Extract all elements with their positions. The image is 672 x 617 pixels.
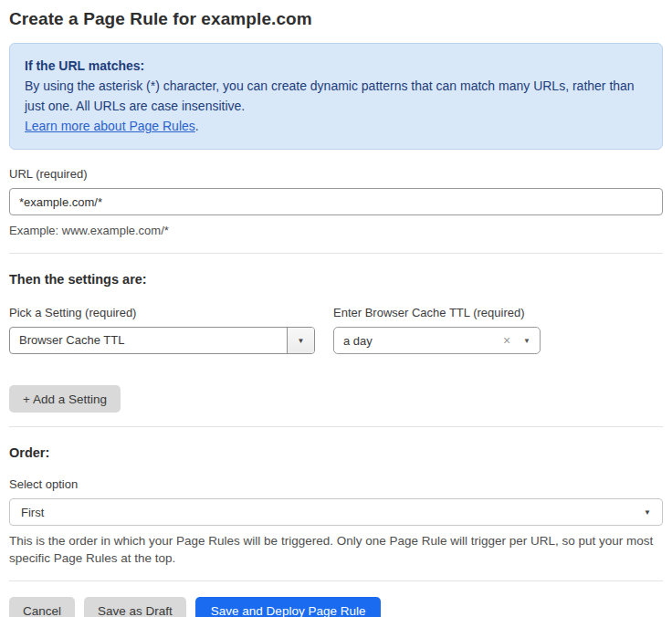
ttl-picker-column: Enter Browser Cache TTL (required) a day… [333,288,541,354]
order-section-heading: Order: [9,445,663,460]
chevron-down-icon[interactable]: ▼ [523,337,530,345]
url-field-label: URL (required) [9,167,663,181]
order-helper-text: This is the order in which your Page Rul… [9,532,663,567]
order-select-value: First [21,506,644,519]
divider [9,253,663,254]
settings-section-heading: Then the settings are: [9,272,663,287]
ttl-picker-value: a day [343,334,503,348]
divider [9,580,663,581]
url-input[interactable] [9,188,663,215]
setting-picker-value: Browser Cache TTL [10,328,287,353]
ttl-picker-label: Enter Browser Cache TTL (required) [333,306,541,319]
ttl-picker-dropdown[interactable]: a day × ▼ [333,327,541,354]
learn-more-link[interactable]: Learn more about Page Rules [25,119,195,133]
setting-picker-label: Pick a Setting (required) [9,306,315,319]
url-matches-info-box: If the URL matches: By using the asteris… [9,43,663,150]
chevron-down-icon[interactable]: ▼ [287,328,314,353]
order-select-label: Select option [9,477,663,491]
divider [9,426,663,427]
cancel-button[interactable]: Cancel [9,597,75,617]
save-deploy-button[interactable]: Save and Deploy Page Rule [195,597,382,617]
footer-actions: Cancel Save as Draft Save and Deploy Pag… [9,597,663,617]
info-box-body: By using the asterisk (*) character, you… [25,76,647,116]
page-title: Create a Page Rule for example.com [9,9,663,29]
order-select[interactable]: First ▼ [9,498,663,526]
url-helper-text: Example: www.example.com/* [9,223,663,239]
save-draft-button[interactable]: Save as Draft [84,597,186,617]
add-setting-button[interactable]: + Add a Setting [9,385,121,413]
info-box-link-line: Learn more about Page Rules. [25,116,647,136]
link-period: . [195,119,199,133]
info-box-heading: If the URL matches: [25,56,647,76]
chevron-down-icon: ▼ [644,508,651,517]
settings-row: Pick a Setting (required) Browser Cache … [9,288,663,354]
setting-picker-column: Pick a Setting (required) Browser Cache … [9,288,315,354]
clear-icon[interactable]: × [503,333,510,348]
setting-picker-dropdown[interactable]: Browser Cache TTL ▼ [9,327,315,354]
